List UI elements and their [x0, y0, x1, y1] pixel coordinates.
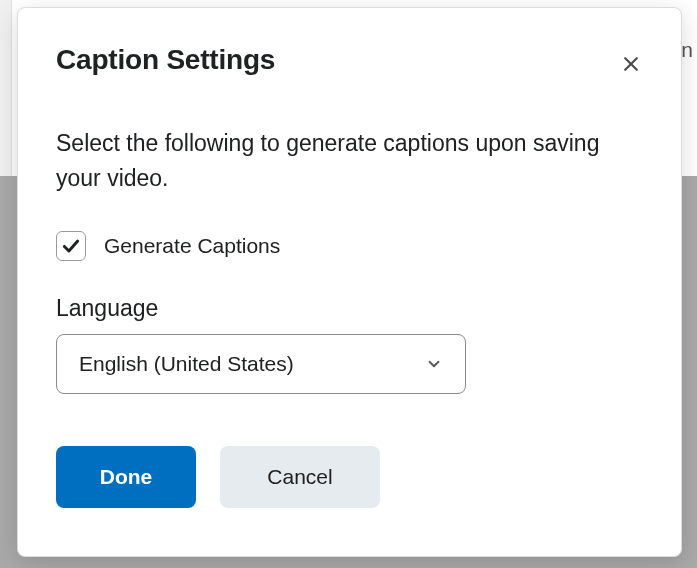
cancel-button[interactable]: Cancel	[220, 446, 380, 508]
dialog-title: Caption Settings	[56, 44, 275, 76]
generate-captions-label: Generate Captions	[104, 234, 280, 258]
backdrop-char: n	[681, 38, 693, 62]
checkmark-icon	[61, 236, 81, 256]
generate-captions-row: Generate Captions	[56, 231, 643, 261]
dialog-header: Caption Settings	[56, 44, 643, 82]
close-icon	[621, 54, 641, 74]
caption-settings-dialog: Caption Settings Select the following to…	[17, 7, 682, 557]
language-select[interactable]: English (United States)	[56, 334, 466, 394]
chevron-down-icon	[425, 355, 443, 373]
backdrop-top-edge	[0, 0, 12, 176]
language-select-value: English (United States)	[79, 352, 294, 376]
dialog-description: Select the following to generate caption…	[56, 126, 616, 195]
done-button[interactable]: Done	[56, 446, 196, 508]
dialog-buttons: Done Cancel	[56, 446, 643, 508]
generate-captions-checkbox[interactable]	[56, 231, 86, 261]
language-label: Language	[56, 295, 643, 322]
close-button[interactable]	[613, 46, 649, 82]
